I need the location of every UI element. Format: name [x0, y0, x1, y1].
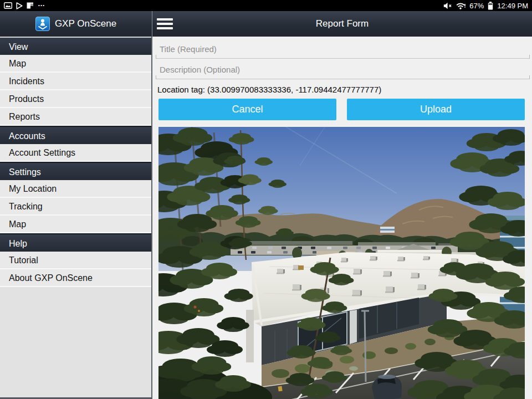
sidebar-section-accounts: Accounts: [0, 126, 151, 144]
sidebar-item-about-gxp-onscene[interactable]: About GXP OnScene: [0, 269, 151, 287]
cancel-button[interactable]: Cancel: [158, 99, 336, 120]
page-title: Report Form: [177, 18, 532, 29]
sidebar-section-settings: Settings: [0, 162, 151, 180]
app-title: GXP OnScene: [55, 18, 116, 29]
report-photo: [158, 127, 525, 399]
sidebar-item-my-location[interactable]: My Location: [0, 180, 151, 198]
page-action-bar: Report Form: [152, 11, 532, 37]
description-input[interactable]: [156, 62, 530, 79]
sidebar-item-incidents[interactable]: Incidents: [0, 73, 151, 90]
clock-text: 12:49 PM: [497, 2, 528, 10]
mute-icon: [443, 2, 452, 9]
location-tag: Location tag: (33.009970083333336, -117.…: [157, 85, 528, 94]
screenshot-icon: [4, 2, 12, 9]
gxp-onscene-logo-icon: [35, 17, 50, 31]
status-bar-left: …: [4, 2, 45, 9]
report-photo-svg: [158, 127, 525, 399]
nav-drawer-header: GXP OnScene: [0, 11, 152, 37]
battery-percent-text: 67%: [469, 2, 484, 10]
notification-overflow: …: [38, 2, 45, 6]
title-field-wrap: [156, 41, 530, 59]
sidebar-item-reports[interactable]: Reports: [0, 108, 151, 126]
title-input[interactable]: [156, 41, 530, 59]
sidebar-section-help: Help: [0, 233, 151, 252]
sidebar-section-view: View: [0, 37, 151, 55]
description-field-wrap: [156, 62, 530, 79]
upload-button[interactable]: Upload: [347, 99, 525, 120]
battery-icon: [488, 2, 493, 10]
sidebar-item-tutorial[interactable]: Tutorial: [0, 252, 151, 269]
form-buttons: Cancel Upload: [158, 99, 525, 120]
sidebar-item-map[interactable]: Map: [0, 55, 151, 73]
status-bar: … 67% 12:49 PM: [0, 0, 532, 11]
report-form-panel: Location tag: (33.009970083333336, -117.…: [154, 37, 532, 399]
sidebar-item-account-settings[interactable]: Account Settings: [0, 144, 151, 162]
sidebar: ViewMapIncidentsProductsReportsAccountsA…: [0, 37, 152, 399]
app-screen: … 67% 12:49 PM GXP OnSce: [0, 0, 532, 399]
wifi-icon: [456, 2, 466, 9]
action-bar: GXP OnScene Report Form: [0, 11, 532, 37]
flag-icon: [27, 2, 34, 9]
play-store-icon: [16, 2, 23, 9]
sidebar-item-products[interactable]: Products: [0, 90, 151, 108]
sidebar-item-map[interactable]: Map: [0, 216, 151, 233]
sidebar-item-tracking[interactable]: Tracking: [0, 198, 151, 216]
status-bar-right: 67% 12:49 PM: [443, 2, 528, 10]
hamburger-menu-button[interactable]: [152, 11, 177, 37]
